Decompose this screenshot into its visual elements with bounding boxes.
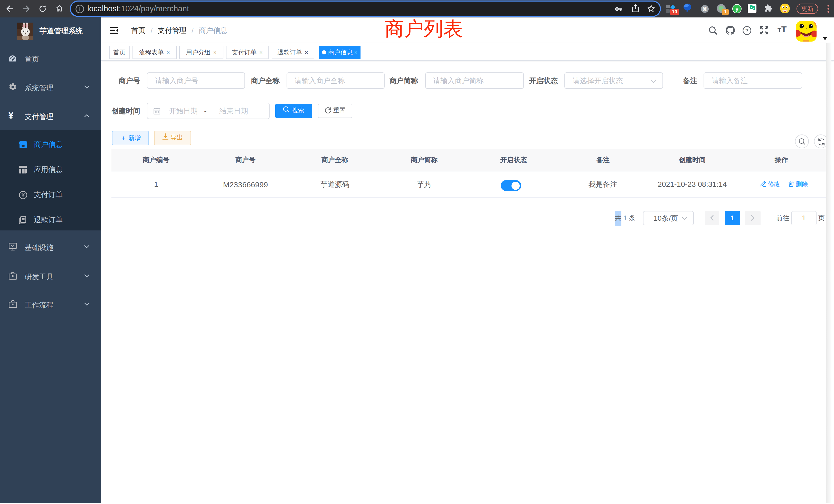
svg-text:y: y — [736, 6, 739, 12]
svg-text:?: ? — [745, 27, 749, 33]
svg-text:⌘: ⌘ — [703, 7, 707, 12]
